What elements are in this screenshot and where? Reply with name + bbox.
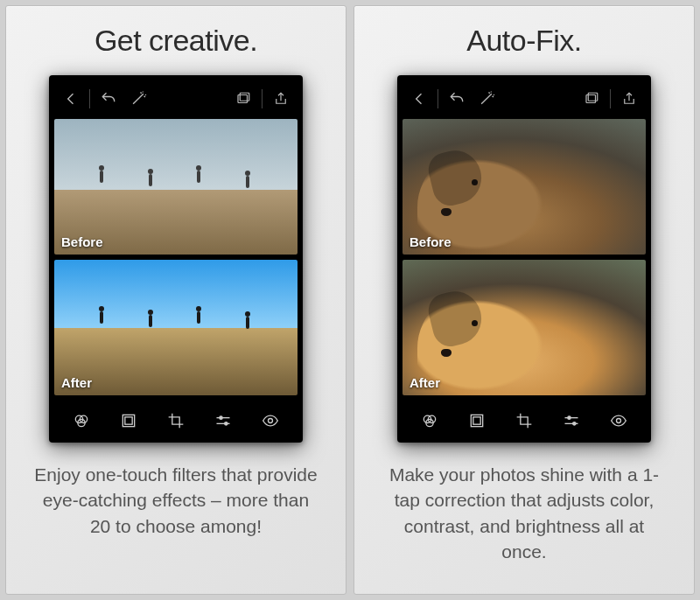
svg-rect-1 [240,93,249,101]
card-description: Make your photos shine with a 1-tap corr… [380,462,668,565]
phone-mock: Before After [397,75,651,443]
before-image: Before [54,119,298,255]
svg-point-23 [617,419,621,423]
wand-icon[interactable] [127,87,150,110]
app-bottombar [402,401,646,437]
svg-rect-18 [473,417,480,424]
redeye-icon[interactable] [259,409,282,432]
redeye-icon[interactable] [607,409,630,432]
card-title: Get creative. [94,24,257,58]
after-image: After [54,260,298,395]
filters-icon[interactable] [70,409,93,432]
svg-point-11 [269,419,273,423]
wand-icon[interactable] [475,87,498,110]
svg-rect-6 [125,417,132,424]
promo-card-autofix: Auto-Fix. Before After Make you [354,5,695,595]
crop-icon[interactable] [164,409,187,432]
after-image: After [402,260,646,395]
app-bottombar [54,401,298,437]
card-description: Enjoy one-touch filters that provide eye… [32,462,320,539]
back-icon[interactable] [408,87,430,110]
share-icon[interactable] [270,87,292,110]
gallery-icon[interactable] [580,87,603,110]
svg-point-22 [573,422,576,425]
sliders-icon[interactable] [212,409,234,432]
undo-icon[interactable] [97,87,120,110]
svg-rect-0 [238,95,248,103]
svg-rect-13 [588,93,598,101]
before-label: Before [410,234,452,249]
phone-mock: Before After [49,75,303,443]
sliders-icon[interactable] [560,409,583,432]
gallery-icon[interactable] [232,87,255,110]
app-topbar [54,82,298,119]
share-icon[interactable] [618,87,640,110]
topbar-divider [610,89,611,108]
topbar-divider [89,89,90,108]
topbar-divider [438,89,438,108]
before-image: Before [402,119,646,255]
frame-icon[interactable] [117,409,140,432]
filters-icon[interactable] [418,409,441,432]
app-topbar [402,82,646,119]
svg-point-20 [568,416,570,419]
promo-card-creative: Get creative. Before After Enjo [5,5,346,595]
before-label: Before [61,234,103,249]
svg-rect-12 [586,95,596,103]
frame-icon[interactable] [466,409,488,432]
svg-point-8 [220,416,222,419]
after-label: After [410,375,440,390]
crop-icon[interactable] [513,409,536,432]
after-label: After [61,375,92,390]
topbar-divider [262,89,262,108]
card-title: Auto-Fix. [466,24,582,58]
svg-point-10 [225,422,228,425]
back-icon[interactable] [60,87,82,110]
undo-icon[interactable] [445,87,468,110]
